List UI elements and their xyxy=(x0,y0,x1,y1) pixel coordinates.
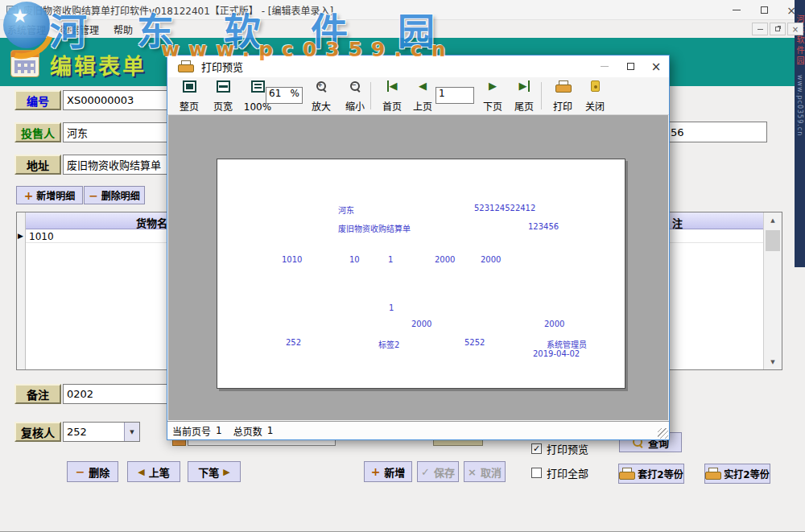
watermark-site-url-vertical: www.pc0359.cn xyxy=(796,75,803,136)
minus-icon: − xyxy=(351,81,357,89)
remove-detail-label: 删除明细 xyxy=(101,188,140,202)
minus-icon: − xyxy=(89,192,98,200)
dialog-minimize-button[interactable] xyxy=(592,56,617,77)
page-doc-title: 废旧物资收购结算单 xyxy=(338,222,411,234)
previous-page-button[interactable]: ◀ 上页 xyxy=(407,80,438,113)
grid-vertical-scrollbar[interactable]: ▲ ▼ xyxy=(763,212,782,369)
whole-page-button[interactable]: 整页 xyxy=(174,80,204,113)
mdi-restore-button[interactable] xyxy=(770,23,786,35)
scrollbar-thumb[interactable] xyxy=(766,230,780,251)
page-detail-name: 1010 xyxy=(282,255,302,264)
add-detail-label: 新增明细 xyxy=(36,188,75,202)
menu-system[interactable]: 系统管理 xyxy=(0,23,53,36)
remove-detail-button[interactable]: − 删除明细 xyxy=(84,186,145,204)
zoom-out-button[interactable]: − 缩小 xyxy=(340,80,370,113)
previous-record-button[interactable]: ◀ 上笔 xyxy=(127,461,180,482)
last-page-label: 尾页 xyxy=(514,99,534,113)
checkbox-checked[interactable]: ✓ xyxy=(531,443,542,454)
mdi-minimize-button[interactable] xyxy=(752,23,768,35)
arrow-right-icon: ▶ xyxy=(223,467,229,477)
menu-help[interactable]: 帮助 xyxy=(106,23,140,36)
zoom-in-label: 放大 xyxy=(312,99,331,113)
id-number-input-fragment[interactable] xyxy=(667,122,767,142)
cancel-button[interactable]: × 取消 xyxy=(464,461,506,482)
field-label-reviewer: 复核人 xyxy=(14,422,61,442)
first-page-icon: ◀ xyxy=(387,80,398,92)
print-preview-option[interactable]: ✓ 打印预览 xyxy=(531,441,588,456)
direct-print-button[interactable]: 实打2等份 xyxy=(704,464,770,484)
add-detail-button[interactable]: + 新增明细 xyxy=(16,186,83,204)
last-page-button[interactable]: ▶ 尾页 xyxy=(509,80,539,113)
zoom-percent-input[interactable]: 61 % xyxy=(266,87,303,104)
page-width-label: 页宽 xyxy=(213,99,233,113)
page-width-button[interactable]: 页宽 xyxy=(208,80,238,113)
menu-bar: 系统管理 数据管理 帮助 xyxy=(0,20,805,38)
grid-column-remark-fragment: 注 xyxy=(672,215,683,230)
current-page-value: 1 xyxy=(216,425,222,436)
page-width-icon xyxy=(217,80,230,93)
close-preview-button[interactable]: 关闭 xyxy=(580,80,610,113)
page-footer-date: 2019-04-02 xyxy=(533,349,580,358)
save-button[interactable]: ✓ 保存 xyxy=(417,461,459,482)
printer-icon xyxy=(178,60,192,72)
resize-grip[interactable] xyxy=(658,428,668,439)
new-record-button[interactable]: + 新增 xyxy=(364,461,412,482)
zoom-in-icon: + xyxy=(316,80,328,93)
current-row-marker-icon: ▶ xyxy=(18,232,23,240)
dialog-maximize-button[interactable] xyxy=(617,56,643,77)
mdi-close-button[interactable]: × xyxy=(787,23,803,35)
close-preview-label: 关闭 xyxy=(585,99,605,113)
new-label: 新增 xyxy=(384,464,405,480)
print-label: 打印 xyxy=(553,99,572,113)
mdi-child-controls: × xyxy=(750,23,803,35)
page-number-input[interactable]: 1 xyxy=(436,87,474,104)
preview-page: 河东 523124522412 废旧物资收购结算单 123456 1010 10… xyxy=(217,159,625,389)
next-record-button[interactable]: 下笔 ▶ xyxy=(188,461,241,482)
total-pages-label: 总页数 xyxy=(233,424,262,438)
scroll-down-button[interactable]: ▼ xyxy=(764,354,782,369)
current-page-label: 当前页号 xyxy=(172,424,211,438)
side-watermark-strip: 河东软件园 www.pc0359.cn xyxy=(795,0,805,267)
checkbox-unchecked[interactable] xyxy=(531,468,542,478)
first-page-button[interactable]: ◀ 首页 xyxy=(377,80,407,113)
dialog-title-bar[interactable]: 打印预览 × xyxy=(167,56,669,77)
overlay-print-button[interactable]: 套打2等份 xyxy=(618,464,684,484)
reviewer-combobox[interactable]: 252 ▼ xyxy=(63,422,140,442)
zoom-in-button[interactable]: + 放大 xyxy=(306,80,336,113)
maximize-button[interactable] xyxy=(750,0,778,20)
print-all-option[interactable]: 打印全部 xyxy=(531,465,588,480)
last-page-icon: ▶ xyxy=(519,80,530,92)
minus-icon: − xyxy=(76,468,85,476)
dialog-close-button[interactable]: × xyxy=(643,56,669,77)
total-pages-value: 1 xyxy=(267,425,274,436)
save-label: 保存 xyxy=(434,464,455,480)
whole-page-label: 整页 xyxy=(180,99,199,113)
cancel-label: 取消 xyxy=(481,464,502,480)
reviewer-value: 252 xyxy=(64,426,124,438)
delete-record-button[interactable]: − 删除 xyxy=(67,461,118,482)
dialog-title: 打印预览 xyxy=(201,59,243,74)
chevron-down-icon[interactable]: ▼ xyxy=(124,423,139,441)
direct-print-label: 实打2等份 xyxy=(724,467,769,480)
overlay-print-label: 套打2等份 xyxy=(638,467,683,480)
menu-data[interactable]: 数据管理 xyxy=(53,23,106,36)
preview-canvas[interactable]: 河东 523124522412 废旧物资收购结算单 123456 1010 10… xyxy=(168,115,668,420)
exit-icon xyxy=(591,80,600,92)
check-icon: ✓ xyxy=(421,466,430,478)
print-button[interactable]: 打印 xyxy=(547,80,578,113)
arrow-left-icon: ◀ xyxy=(138,467,144,477)
page-detail-unit: 1 xyxy=(388,255,393,264)
page-detail-amount: 2000 xyxy=(481,255,501,264)
minimize-button[interactable] xyxy=(723,0,750,20)
next-page-label: 下页 xyxy=(483,99,502,113)
plus-icon: + xyxy=(24,192,34,200)
print-preview-dialog: 打印预览 × 整页 页宽 100% 61 % xyxy=(167,55,670,440)
application-window: 废旧物资收购结算单打印软件v018122401【正式版】 - [编辑表单录入] … xyxy=(0,0,805,532)
next-page-button[interactable]: ▶ 下页 xyxy=(478,80,507,113)
page-phone: 123456 xyxy=(528,222,559,231)
page-footer-admin: 系统管理员 xyxy=(547,338,587,350)
printer-icon xyxy=(705,468,720,480)
window-title: 废旧物资收购结算单打印软件v018122401【正式版】 - [编辑表单录入] xyxy=(23,3,333,17)
plus-icon: + xyxy=(371,468,381,476)
scroll-up-button[interactable]: ▲ xyxy=(764,212,782,228)
